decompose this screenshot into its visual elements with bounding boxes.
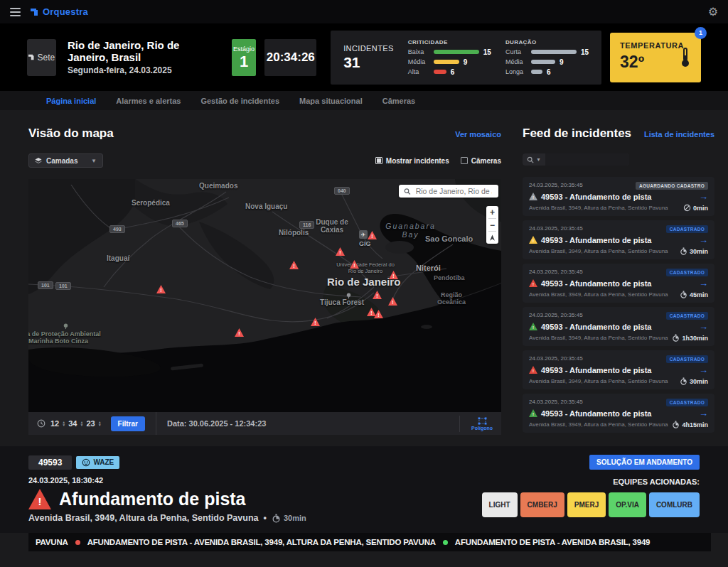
map-zoom-control: + − <box>486 206 498 244</box>
layers-dropdown[interactable]: Camadas ▼ <box>28 153 103 168</box>
team-cmberj-button[interactable]: CMBERJ <box>520 492 564 517</box>
temperature-card[interactable]: TEMPERATURA 32º 1 <box>610 33 701 82</box>
duration-row: Longa 6 <box>505 68 589 76</box>
map-section-title: Visão do mapa <box>28 126 114 141</box>
team-opvia-button[interactable]: OP.VIA <box>609 492 646 517</box>
lista-de-incidentes-link[interactable]: Lista de incidentes <box>644 130 714 139</box>
search-icon <box>404 188 411 195</box>
incident-detail-panel: 49593 WAZE SOLUÇÃO EM ANDAMENTO 24.03.20… <box>0 446 728 533</box>
compass-north-button[interactable] <box>486 232 498 244</box>
bar-label: Média <box>408 58 429 65</box>
road-badge: 116 <box>299 221 314 229</box>
incident-card[interactable]: 24.03.2025, 20:35:45 CADASTRADO 49593 - … <box>523 394 714 433</box>
map-label-queimados: Queimados <box>199 182 237 190</box>
map-label-tijuca-forest: Tijuca Forest <box>320 298 364 306</box>
map-label-apa-boto-cinza: Área de Proteção Ambiental Marinha Boto … <box>28 330 101 345</box>
map-label-nilopolis: Nilópolis <box>279 229 309 237</box>
card-duration: 1h30min <box>672 334 708 342</box>
incident-id-badge: 49593 <box>28 455 72 470</box>
temperature-alert-badge[interactable]: 1 <box>695 27 707 39</box>
road-badge: 465 <box>172 220 188 227</box>
criticality-row: Baixa 15 <box>408 48 491 56</box>
map-label-gig: GIG <box>359 240 371 247</box>
open-incident-arrow[interactable]: → <box>699 192 708 201</box>
map-search-box[interactable] <box>399 185 498 198</box>
checkbox-unchecked-icon <box>461 157 468 164</box>
open-incident-arrow[interactable]: → <box>699 279 708 288</box>
duration-zero-icon <box>683 204 691 212</box>
feed-search-type[interactable]: ▼ <box>523 153 545 166</box>
waze-icon <box>82 458 90 467</box>
incident-card[interactable]: 24.03.2025, 20:35:45 CADASTRADO 49593 - … <box>523 264 714 303</box>
tab-alarmes-e-alertas[interactable]: Alarmes e alertas <box>116 97 181 105</box>
open-incident-arrow[interactable]: → <box>699 322 708 331</box>
road-badge: 101 <box>38 281 53 289</box>
bar-label: Longa <box>505 68 527 75</box>
road-badge: 493 <box>109 225 125 233</box>
tab-gestao-de-incidentes[interactable]: Gestão de incidentes <box>200 97 279 105</box>
incidents-count-block: INCIDENTES 31 <box>343 44 394 71</box>
duration-row: Curta 15 <box>505 48 589 56</box>
bar <box>531 50 577 54</box>
criticality-title: CRITICIDADE <box>408 39 491 45</box>
card-duration: 45min <box>680 291 708 298</box>
open-incident-arrow[interactable]: → <box>699 235 708 244</box>
incident-card[interactable]: 24.03.2025, 20:35:45 CADASTRADO 49593 - … <box>523 307 714 346</box>
detail-title: Afundamento de pista <box>59 489 246 509</box>
clock-icon <box>37 419 46 428</box>
cameras-checkbox[interactable]: Câmeras <box>461 157 501 165</box>
feed-search-input[interactable] <box>545 153 629 166</box>
feed-search-box[interactable]: ▼ <box>523 153 629 166</box>
map-toolbar: 12 ▲▼ 34 ▲▼ 23 ▲▼ Filtrar Data: 30.06.20… <box>28 412 501 435</box>
open-incident-arrow[interactable]: → <box>699 365 708 374</box>
warning-triangle-icon <box>529 323 537 330</box>
incident-card[interactable]: 24.03.2025, 20:35:45 CADASTRADO 49593 - … <box>523 350 714 389</box>
status-badge: AGUARDANDO CADASTRO <box>636 182 708 190</box>
hamburger-menu-icon[interactable] <box>10 8 21 16</box>
time-hours[interactable]: 12 <box>50 419 59 428</box>
time-picker[interactable]: 12 ▲▼ 34 ▲▼ 23 ▲▼ <box>50 419 103 428</box>
bar-label: Média <box>505 58 527 65</box>
header: Sete Rio de Janeiro, Rio de Janeiro, Bra… <box>0 23 728 91</box>
card-title: 49593 - Afundamento de pista <box>541 279 695 288</box>
waze-label: WAZE <box>93 458 114 466</box>
stepper-icon[interactable]: ▲▼ <box>62 421 65 426</box>
incident-card[interactable]: 24.03.2025, 20:35:45 CADASTRADO 49593 - … <box>523 220 714 259</box>
bar-value: 15 <box>483 48 491 56</box>
tab-pagina-inicial[interactable]: Página inicial <box>46 97 96 105</box>
topbar: Orquestra ⚙ <box>0 0 728 23</box>
map-search-input[interactable] <box>414 186 493 196</box>
feed-title: Feed de incidentes <box>523 126 631 141</box>
checkbox-label: Câmeras <box>471 157 501 165</box>
ticker-item: AFUNDAMENTO DE PISTA - AVENIDA BRASIL, 3… <box>455 538 650 546</box>
stepper-icon[interactable]: ▲▼ <box>98 421 102 426</box>
show-incidents-checkbox[interactable]: Mostrar incidentes <box>375 157 449 165</box>
team-light-button[interactable]: LIGHT <box>482 492 518 517</box>
location-date: Segunda-feira, 24.03.2025 <box>68 65 210 75</box>
map-canvas[interactable]: Queimados Seropédica Nova Iguaçu Duque d… <box>28 179 501 412</box>
map-label-regiao-oceanica: Região Oceânica <box>430 291 473 306</box>
app-logo[interactable]: Orquestra <box>31 6 88 17</box>
settings-gear-icon[interactable]: ⚙ <box>708 6 718 18</box>
team-comlurb-button[interactable]: COMLURB <box>649 492 700 517</box>
zoom-out-button[interactable]: − <box>486 219 498 231</box>
incident-card[interactable]: 24.03.2025, 20:35:45 AGUARDANDO CADASTRO… <box>523 177 714 216</box>
tab-cameras[interactable]: Câmeras <box>382 97 415 105</box>
bar <box>434 50 479 54</box>
stepper-icon[interactable]: ▲▼ <box>80 421 83 426</box>
layers-label: Camadas <box>46 157 87 165</box>
ver-mosaico-link[interactable]: Ver mosaico <box>455 130 501 139</box>
zoom-in-button[interactable]: + <box>486 206 498 218</box>
org-logo: Sete <box>27 39 56 76</box>
time-minutes[interactable]: 34 <box>68 419 77 428</box>
polygon-tool-button[interactable]: Polígono <box>459 416 493 432</box>
feed-list: 24.03.2025, 20:35:45 AGUARDANDO CADASTRO… <box>523 177 714 433</box>
stopwatch-icon <box>680 291 687 298</box>
team-pmerj-button[interactable]: PMERJ <box>567 492 606 517</box>
stage-indicator: Estágio 1 <box>232 39 257 76</box>
tab-mapa-situacional[interactable]: Mapa situacional <box>299 97 363 105</box>
filter-button[interactable]: Filtrar <box>111 416 145 431</box>
time-seconds[interactable]: 23 <box>86 419 95 428</box>
open-incident-arrow[interactable]: → <box>699 409 708 418</box>
duration-text: 30min <box>690 378 708 385</box>
